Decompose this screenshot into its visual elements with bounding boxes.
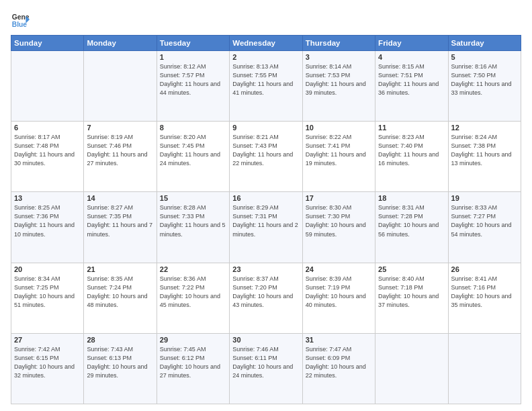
day-info: Sunrise: 8:17 AM Sunset: 7:48 PM Dayligh… xyxy=(14,133,81,168)
header-day-monday: Monday xyxy=(84,36,157,51)
calendar-week-5: 27Sunrise: 7:42 AM Sunset: 6:15 PM Dayli… xyxy=(11,333,521,404)
day-info: Sunrise: 8:40 AM Sunset: 7:18 PM Dayligh… xyxy=(378,275,445,310)
day-number: 27 xyxy=(14,336,81,344)
day-number: 24 xyxy=(306,265,372,273)
calendar-cell: 3Sunrise: 8:14 AM Sunset: 7:53 PM Daylig… xyxy=(302,51,375,122)
calendar-week-2: 6Sunrise: 8:17 AM Sunset: 7:48 PM Daylig… xyxy=(11,122,521,192)
day-info: Sunrise: 8:16 AM Sunset: 7:50 PM Dayligh… xyxy=(451,62,518,97)
day-info: Sunrise: 8:34 AM Sunset: 7:25 PM Dayligh… xyxy=(14,275,81,310)
day-info: Sunrise: 8:37 AM Sunset: 7:20 PM Dayligh… xyxy=(232,275,299,310)
logo: General Blue xyxy=(11,11,30,30)
calendar-cell: 13Sunrise: 8:25 AM Sunset: 7:36 PM Dayli… xyxy=(11,192,84,263)
calendar-cell: 16Sunrise: 8:29 AM Sunset: 7:31 PM Dayli… xyxy=(230,192,302,263)
day-number: 15 xyxy=(160,194,226,202)
calendar-cell: 7Sunrise: 8:19 AM Sunset: 7:46 PM Daylig… xyxy=(84,122,157,192)
day-info: Sunrise: 8:27 AM Sunset: 7:35 PM Dayligh… xyxy=(87,203,153,238)
day-number: 21 xyxy=(87,265,153,273)
calendar-header-row: SundayMondayTuesdayWednesdayThursdayFrid… xyxy=(11,36,521,51)
day-info: Sunrise: 7:42 AM Sunset: 6:15 PM Dayligh… xyxy=(14,345,81,380)
calendar-cell: 23Sunrise: 8:37 AM Sunset: 7:20 PM Dayli… xyxy=(230,263,302,333)
day-info: Sunrise: 8:33 AM Sunset: 7:27 PM Dayligh… xyxy=(451,203,518,238)
day-info: Sunrise: 8:12 AM Sunset: 7:57 PM Dayligh… xyxy=(160,62,226,97)
day-number: 14 xyxy=(87,194,153,202)
calendar-cell: 22Sunrise: 8:36 AM Sunset: 7:22 PM Dayli… xyxy=(157,263,229,333)
day-number: 31 xyxy=(306,336,372,344)
day-info: Sunrise: 8:22 AM Sunset: 7:41 PM Dayligh… xyxy=(306,133,372,168)
calendar-cell: 14Sunrise: 8:27 AM Sunset: 7:35 PM Dayli… xyxy=(84,192,157,263)
day-info: Sunrise: 8:21 AM Sunset: 7:43 PM Dayligh… xyxy=(232,133,299,168)
calendar-table: SundayMondayTuesdayWednesdayThursdayFrid… xyxy=(11,35,521,404)
calendar-cell: 31Sunrise: 7:47 AM Sunset: 6:09 PM Dayli… xyxy=(302,333,375,404)
day-number: 28 xyxy=(87,336,153,344)
day-number: 3 xyxy=(306,53,372,61)
day-number: 18 xyxy=(378,194,445,202)
header-day-tuesday: Tuesday xyxy=(157,36,229,51)
svg-text:Blue: Blue xyxy=(12,21,28,28)
day-info: Sunrise: 8:19 AM Sunset: 7:46 PM Dayligh… xyxy=(87,133,153,168)
day-info: Sunrise: 8:28 AM Sunset: 7:33 PM Dayligh… xyxy=(160,203,226,238)
day-number: 22 xyxy=(160,265,226,273)
calendar-cell: 26Sunrise: 8:41 AM Sunset: 7:16 PM Dayli… xyxy=(448,263,521,333)
day-number: 20 xyxy=(14,265,81,273)
day-number: 7 xyxy=(87,124,153,132)
day-info: Sunrise: 8:23 AM Sunset: 7:40 PM Dayligh… xyxy=(378,133,445,168)
calendar-week-1: 1Sunrise: 8:12 AM Sunset: 7:57 PM Daylig… xyxy=(11,51,521,122)
calendar-cell xyxy=(375,333,448,404)
day-number: 19 xyxy=(451,194,518,202)
calendar-cell: 15Sunrise: 8:28 AM Sunset: 7:33 PM Dayli… xyxy=(157,192,229,263)
day-info: Sunrise: 8:31 AM Sunset: 7:28 PM Dayligh… xyxy=(378,203,445,238)
calendar-week-3: 13Sunrise: 8:25 AM Sunset: 7:36 PM Dayli… xyxy=(11,192,521,263)
day-number: 6 xyxy=(14,124,81,132)
day-number: 13 xyxy=(14,194,81,202)
day-number: 5 xyxy=(451,53,518,61)
day-info: Sunrise: 8:14 AM Sunset: 7:53 PM Dayligh… xyxy=(306,62,372,97)
day-number: 25 xyxy=(378,265,445,273)
calendar-cell: 6Sunrise: 8:17 AM Sunset: 7:48 PM Daylig… xyxy=(11,122,84,192)
day-info: Sunrise: 8:30 AM Sunset: 7:30 PM Dayligh… xyxy=(306,203,372,238)
day-info: Sunrise: 8:20 AM Sunset: 7:45 PM Dayligh… xyxy=(160,133,226,168)
day-number: 10 xyxy=(306,124,372,132)
calendar-cell: 24Sunrise: 8:39 AM Sunset: 7:19 PM Dayli… xyxy=(302,263,375,333)
day-number: 12 xyxy=(451,124,518,132)
day-number: 23 xyxy=(232,265,299,273)
calendar-cell: 19Sunrise: 8:33 AM Sunset: 7:27 PM Dayli… xyxy=(448,192,521,263)
calendar-cell: 8Sunrise: 8:20 AM Sunset: 7:45 PM Daylig… xyxy=(157,122,229,192)
day-number: 29 xyxy=(160,336,226,344)
day-info: Sunrise: 8:36 AM Sunset: 7:22 PM Dayligh… xyxy=(160,275,226,310)
header-day-sunday: Sunday xyxy=(11,36,84,51)
day-number: 16 xyxy=(232,194,299,202)
header-day-thursday: Thursday xyxy=(302,36,375,51)
header-day-wednesday: Wednesday xyxy=(230,36,302,51)
calendar-cell: 17Sunrise: 8:30 AM Sunset: 7:30 PM Dayli… xyxy=(302,192,375,263)
calendar-cell: 1Sunrise: 8:12 AM Sunset: 7:57 PM Daylig… xyxy=(157,51,229,122)
calendar-cell: 18Sunrise: 8:31 AM Sunset: 7:28 PM Dayli… xyxy=(375,192,448,263)
day-info: Sunrise: 8:29 AM Sunset: 7:31 PM Dayligh… xyxy=(232,203,299,238)
day-info: Sunrise: 8:15 AM Sunset: 7:51 PM Dayligh… xyxy=(378,62,445,97)
calendar-cell: 10Sunrise: 8:22 AM Sunset: 7:41 PM Dayli… xyxy=(302,122,375,192)
day-number: 9 xyxy=(232,124,299,132)
calendar-cell: 2Sunrise: 8:13 AM Sunset: 7:55 PM Daylig… xyxy=(230,51,302,122)
calendar-cell: 27Sunrise: 7:42 AM Sunset: 6:15 PM Dayli… xyxy=(11,333,84,404)
header-day-friday: Friday xyxy=(375,36,448,51)
day-info: Sunrise: 7:43 AM Sunset: 6:13 PM Dayligh… xyxy=(87,345,153,380)
day-number: 17 xyxy=(306,194,372,202)
calendar-cell xyxy=(448,333,521,404)
day-number: 30 xyxy=(232,336,299,344)
header-day-saturday: Saturday xyxy=(448,36,521,51)
day-info: Sunrise: 7:47 AM Sunset: 6:09 PM Dayligh… xyxy=(306,345,372,380)
header: General Blue xyxy=(11,11,521,30)
day-info: Sunrise: 8:41 AM Sunset: 7:16 PM Dayligh… xyxy=(451,275,518,310)
calendar-cell: 12Sunrise: 8:24 AM Sunset: 7:38 PM Dayli… xyxy=(448,122,521,192)
calendar-cell xyxy=(84,51,157,122)
calendar-cell: 4Sunrise: 8:15 AM Sunset: 7:51 PM Daylig… xyxy=(375,51,448,122)
calendar-cell: 20Sunrise: 8:34 AM Sunset: 7:25 PM Dayli… xyxy=(11,263,84,333)
logo-icon: General Blue xyxy=(11,11,30,30)
calendar-cell: 9Sunrise: 8:21 AM Sunset: 7:43 PM Daylig… xyxy=(230,122,302,192)
day-info: Sunrise: 7:46 AM Sunset: 6:11 PM Dayligh… xyxy=(232,345,299,380)
calendar-cell xyxy=(11,51,84,122)
calendar-cell: 30Sunrise: 7:46 AM Sunset: 6:11 PM Dayli… xyxy=(230,333,302,404)
day-number: 26 xyxy=(451,265,518,273)
calendar-week-4: 20Sunrise: 8:34 AM Sunset: 7:25 PM Dayli… xyxy=(11,263,521,333)
calendar-cell: 29Sunrise: 7:45 AM Sunset: 6:12 PM Dayli… xyxy=(157,333,229,404)
calendar-cell: 5Sunrise: 8:16 AM Sunset: 7:50 PM Daylig… xyxy=(448,51,521,122)
